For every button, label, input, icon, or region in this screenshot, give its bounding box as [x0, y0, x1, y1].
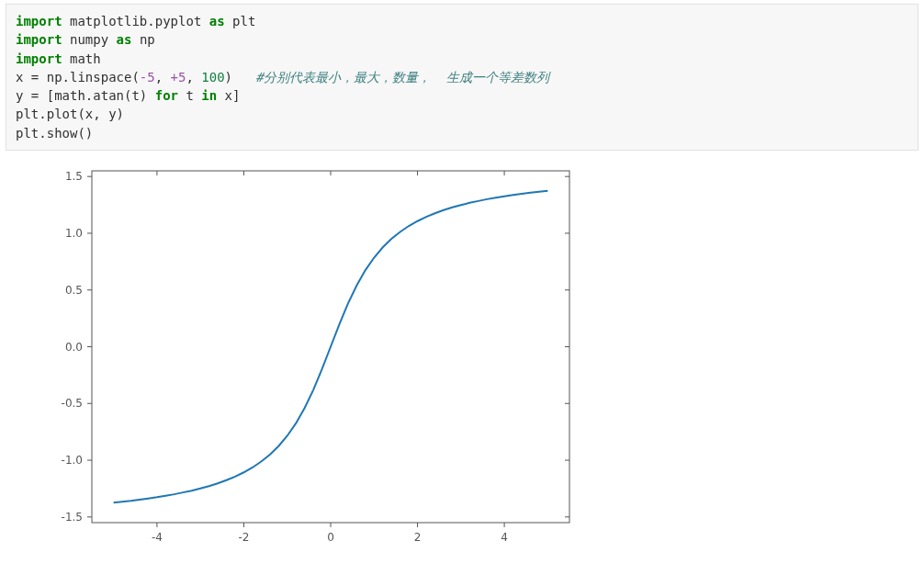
- x-tick-label: 0: [327, 531, 334, 544]
- code-line-1: import matplotlib.pyplot as plt: [16, 14, 255, 28]
- x-tick-label: -2: [238, 531, 249, 544]
- x-tick-label: 2: [414, 531, 422, 544]
- code-cell: import matplotlib.pyplot as plt import n…: [6, 4, 918, 151]
- atan-plot: -1.5-1.0-0.50.00.51.01.5-4-2024: [37, 160, 588, 555]
- code-line-6: plt.plot(x, y): [16, 107, 124, 121]
- code-line-4: x = np.linspace(-5, +5, 100) #分别代表最小，最大，…: [16, 70, 549, 85]
- code-line-5: y = [math.atan(t) for t in x]: [16, 88, 240, 103]
- y-tick-label: 0.0: [65, 341, 83, 354]
- code-line-2: import numpy as np: [16, 32, 155, 47]
- y-tick-label: 1.5: [65, 170, 83, 183]
- code-line-3: import math: [16, 51, 101, 66]
- y-tick-label: -1.0: [62, 454, 83, 467]
- code-line-7: plt.show(): [16, 126, 93, 141]
- plot-output: -1.5-1.0-0.50.00.51.01.5-4-2024: [37, 160, 924, 558]
- y-tick-label: -1.5: [62, 511, 83, 524]
- y-tick-label: 0.5: [65, 284, 83, 297]
- x-tick-label: -4: [152, 531, 163, 544]
- x-tick-label: 4: [501, 531, 508, 544]
- y-tick-label: -0.5: [62, 397, 83, 410]
- atan-curve: [114, 191, 548, 502]
- y-tick-label: 1.0: [65, 227, 83, 240]
